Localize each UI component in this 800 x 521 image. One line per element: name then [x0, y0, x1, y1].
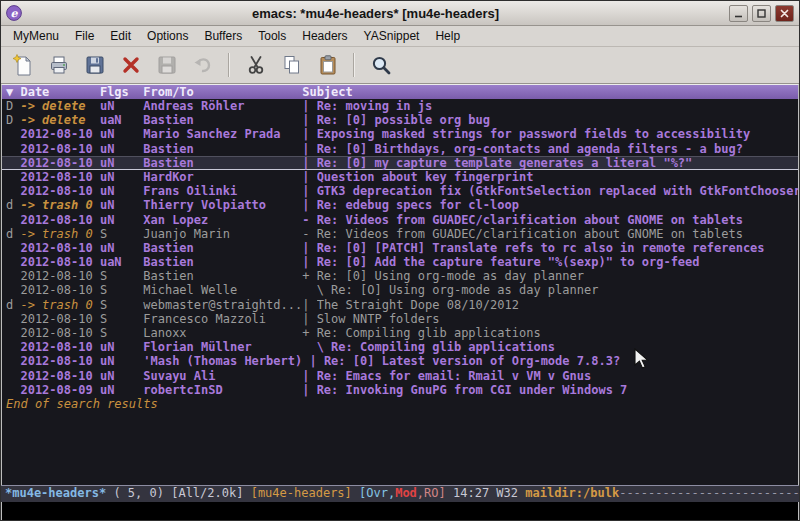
maximize-button[interactable]: [752, 5, 771, 22]
message-row[interactable]: 2012-08-10 uaN Bastien | Re: [0] Add the…: [2, 255, 798, 269]
tool-bar: [1, 47, 799, 84]
message-row[interactable]: 2012-08-10 uN Bastien | Re: [0] my captu…: [2, 156, 798, 170]
subject-cell: Re: [0] [PATCH] Translate refs to rc als…: [317, 241, 798, 255]
emacs-window: e emacs: *mu4e-headers* [mu4e-headers] M…: [0, 0, 800, 521]
toolbar-separator: [353, 53, 355, 77]
menu-item-mymenu[interactable]: MyMenu: [5, 27, 67, 45]
save-as-button[interactable]: [151, 50, 182, 80]
menu-item-edit[interactable]: Edit: [102, 27, 139, 45]
message-row[interactable]: 2012-08-10 uN Florian Müllner \ Re: Comp…: [2, 340, 798, 354]
close-buffer-icon: [119, 53, 143, 77]
print-icon: [47, 53, 71, 77]
from-cell: Bastien: [143, 255, 302, 269]
paste-button[interactable]: [312, 50, 343, 80]
menu-item-tools[interactable]: Tools: [250, 27, 294, 45]
paste-icon: [316, 53, 340, 77]
menu-item-buffers[interactable]: Buffers: [196, 27, 250, 45]
date-cell: 2012-08-09: [20, 383, 99, 397]
column-flags[interactable]: Flgs: [100, 85, 143, 99]
date-cell: 2012-08-10: [20, 269, 99, 283]
column-from[interactable]: From/To: [143, 85, 302, 99]
menu-item-options[interactable]: Options: [139, 27, 196, 45]
thread-indicator: |: [302, 383, 316, 397]
from-cell: Lanoxx: [143, 326, 302, 340]
subject-cell: Re: [0] possible org bug: [317, 113, 798, 127]
from-cell: webmaster@straightd...: [143, 298, 302, 312]
thread-indicator: |: [302, 369, 316, 383]
flags-cell: uN: [100, 170, 143, 184]
search-button[interactable]: [365, 50, 396, 80]
mark-flag: d: [6, 298, 20, 312]
message-row[interactable]: 2012-08-10 uN Frans Oilinki | GTK3 depre…: [2, 184, 798, 198]
date-cell: -> trash 0: [20, 298, 99, 312]
mark-flag: [6, 269, 20, 283]
save-button[interactable]: [79, 50, 110, 80]
message-row[interactable]: 2012-08-10 uN HardKor | Question about k…: [2, 170, 798, 184]
message-row[interactable]: D -> delete uaN Bastien | Re: [0] possib…: [2, 113, 798, 127]
column-subject[interactable]: Subject: [302, 85, 798, 99]
message-row[interactable]: 2012-08-10 S Bastien + Re: [0] Using org…: [2, 269, 798, 283]
new-file-button[interactable]: [7, 50, 38, 80]
mu4e-headers-buffer: ▼ Date Flgs From/To Subject D -> delete …: [1, 84, 799, 485]
mark-flag: [6, 241, 20, 255]
undo-button[interactable]: [187, 50, 218, 80]
message-row[interactable]: 2012-08-09 uN robertcInSD | Re: Invoking…: [2, 383, 798, 397]
from-cell: Bastien: [143, 269, 302, 283]
thread-indicator: |: [302, 255, 316, 269]
thread-indicator: +: [302, 326, 316, 340]
column-date[interactable]: ▼ Date: [6, 85, 100, 99]
message-row[interactable]: d -> trash 0 S webmaster@straightd... | …: [2, 298, 798, 312]
close-buffer-button[interactable]: [115, 50, 146, 80]
copy-button[interactable]: [276, 50, 307, 80]
menu-item-yasnippet[interactable]: YASnippet: [356, 27, 428, 45]
from-cell: Mario Sanchez Prada: [143, 127, 302, 141]
search-icon: [369, 53, 393, 77]
print-button[interactable]: [43, 50, 74, 80]
message-row[interactable]: d -> trash 0 uN Thierry Volpiatto | Re: …: [2, 198, 798, 212]
thread-indicator: |: [302, 99, 316, 113]
cut-button[interactable]: [240, 50, 271, 80]
mark-flag: d: [6, 198, 20, 212]
message-row[interactable]: 2012-08-10 uN Mario Sanchez Prada | Expo…: [2, 127, 798, 141]
message-row[interactable]: 2012-08-10 S Francesco Mazzoli | Slow NN…: [2, 312, 798, 326]
date-cell: 2012-08-10: [20, 255, 99, 269]
mark-flag: [6, 383, 20, 397]
from-cell: HardKor: [143, 170, 302, 184]
date-cell: -> trash 0: [20, 198, 99, 212]
modeline-buffer-name: *mu4e-headers*: [5, 486, 106, 502]
from-cell: Florian Müllner: [143, 340, 302, 354]
message-row[interactable]: 2012-08-10 uN 'Mash (Thomas Herbert) | R…: [2, 354, 798, 368]
from-cell: Bastien: [143, 241, 302, 255]
date-cell: 2012-08-10: [20, 170, 99, 184]
message-row[interactable]: d -> trash 0 S Juanjo Marin - Re: Videos…: [2, 227, 798, 241]
mode-line: *mu4e-headers* ( 5, 0) [All/2.0k] [mu4e-…: [1, 485, 799, 502]
date-cell: 2012-08-10: [20, 283, 99, 297]
menu-item-file[interactable]: File: [67, 27, 102, 45]
close-button[interactable]: [775, 5, 794, 22]
message-row[interactable]: 2012-08-10 uN Bastien | Re: [0] [PATCH] …: [2, 241, 798, 255]
subject-cell: Question about key fingerprint: [317, 170, 798, 184]
thread-indicator: |: [302, 241, 316, 255]
menu-item-help[interactable]: Help: [427, 27, 468, 45]
minimize-button[interactable]: [729, 5, 748, 22]
modeline-readonly-flag: ,RO]: [417, 486, 453, 502]
date-cell: 2012-08-10: [20, 241, 99, 255]
flags-cell: S: [100, 269, 143, 283]
subject-cell: Re: [0] Using org-mode as day planner: [317, 269, 798, 283]
date-cell: 2012-08-10: [20, 369, 99, 383]
thread-indicator: |: [302, 198, 316, 212]
date-cell: 2012-08-10: [20, 213, 99, 227]
mark-flag: [6, 255, 20, 269]
message-row[interactable]: D -> delete uN Andreas Röhler | Re: movi…: [2, 99, 798, 113]
message-row[interactable]: 2012-08-10 uN Bastien | Re: [0] Birthday…: [2, 142, 798, 156]
headers-column-header[interactable]: ▼ Date Flgs From/To Subject: [2, 85, 798, 99]
mark-flag: [6, 184, 20, 198]
minimize-icon: [733, 8, 744, 19]
message-row[interactable]: 2012-08-10 S Lanoxx + Re: Compiling glib…: [2, 326, 798, 340]
message-row[interactable]: 2012-08-10 uN Xan Lopez - Re: Videos fro…: [2, 213, 798, 227]
date-cell: 2012-08-10: [20, 156, 99, 170]
menu-item-headers[interactable]: Headers: [294, 27, 355, 45]
message-row[interactable]: 2012-08-10 uN Suvayu Ali | Re: Emacs for…: [2, 369, 798, 383]
svg-text:e: e: [11, 7, 19, 20]
message-row[interactable]: 2012-08-10 S Michael Welle \ Re: [O] Usi…: [2, 283, 798, 297]
